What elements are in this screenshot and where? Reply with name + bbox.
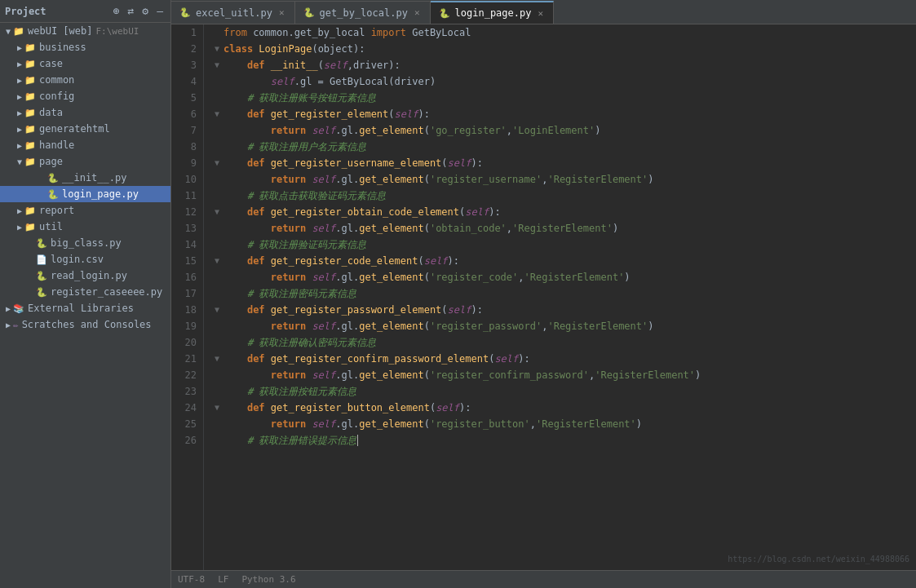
fold-2[interactable]: ▼ <box>210 41 223 57</box>
tree-item-report[interactable]: ▶ 📁 report <box>0 202 170 219</box>
report-label: report <box>39 205 74 216</box>
code-line-2: ▼ class LoginPage(object): <box>210 41 916 57</box>
add-icon[interactable]: ⊕ <box>111 3 122 19</box>
tab-login-page[interactable]: 🐍 login_page.py ✕ <box>431 1 555 24</box>
tree-item-page[interactable]: ▼ 📁 page <box>0 153 170 170</box>
business-label: business <box>39 42 86 53</box>
tree-item-scratches[interactable]: ▶ ✏ Scratches and Consoles <box>0 316 170 333</box>
login-page-label: login_page.py <box>62 188 139 200</box>
handle-label: handle <box>39 139 74 151</box>
tab-excel-uitl[interactable]: 🐍 excel_uitl.py ✕ <box>171 1 295 24</box>
report-folder-icon: 📁 <box>24 206 36 216</box>
fold-6[interactable]: ▼ <box>210 106 223 122</box>
tab-login-page-icon: 🐍 <box>439 8 450 19</box>
util-label: util <box>39 221 63 232</box>
scratches-icon: ✏ <box>13 320 19 330</box>
code-line-25: return self.gl.get_element('register_but… <box>210 416 916 432</box>
business-arrow: ▶ <box>15 43 24 52</box>
tree-item-init-py[interactable]: 🐍 __init__.py <box>0 170 170 186</box>
code-line-8: # 获取注册用户名元素信息 <box>210 139 916 155</box>
status-encoding: UTF-8 <box>178 574 205 585</box>
tab-login-page-close[interactable]: ✕ <box>536 7 545 20</box>
tab-bar: 🐍 excel_uitl.py ✕ 🐍 get_by_local.py ✕ 🐍 … <box>171 0 916 24</box>
fold-10[interactable] <box>210 171 223 188</box>
fold-13[interactable] <box>210 220 223 237</box>
tab-excel-uitl-label: excel_uitl.py <box>196 7 272 19</box>
fold-22[interactable] <box>210 367 223 383</box>
fold-5[interactable] <box>210 90 223 106</box>
editor-panel: 🐍 excel_uitl.py ✕ 🐍 get_by_local.py ✕ 🐍 … <box>171 0 916 588</box>
code-line-17: # 获取注册密码元素信息 <box>210 285 916 302</box>
business-folder-icon: 📁 <box>24 42 36 53</box>
sync-icon[interactable]: ⇄ <box>126 3 137 19</box>
tree-item-login-csv[interactable]: 📄 login.csv <box>0 251 170 267</box>
settings-icon[interactable]: ⚙ <box>139 3 151 19</box>
fold-7[interactable] <box>210 122 223 139</box>
fold-14[interactable] <box>210 237 223 253</box>
tree-item-big-class-py[interactable]: 🐍 big_class.py <box>0 235 170 251</box>
fold-20[interactable] <box>210 334 223 351</box>
fold-26[interactable] <box>210 432 223 449</box>
fold-9[interactable]: ▼ <box>210 155 223 171</box>
fold-16[interactable] <box>210 269 223 285</box>
code-line-23: # 获取注册按钮元素信息 <box>210 383 916 400</box>
fold-4[interactable] <box>210 73 223 90</box>
tree-item-generatehtml[interactable]: ▶ 📁 generatehtml <box>0 121 170 137</box>
tab-get-by-local-close[interactable]: ✕ <box>413 7 422 19</box>
common-folder-icon: 📁 <box>24 75 36 86</box>
project-label: Project <box>5 6 108 17</box>
code-line-6: ▼ def get_register_element(self): <box>210 106 916 122</box>
tree-item-config[interactable]: ▶ 📁 config <box>0 88 170 104</box>
config-arrow: ▶ <box>15 92 24 101</box>
generatehtml-label: generatehtml <box>39 123 110 135</box>
tree-item-register-caseeee-py[interactable]: 🐍 register_caseeee.py <box>0 284 170 300</box>
tree-item-data[interactable]: ▶ 📁 data <box>0 104 170 121</box>
fold-19[interactable] <box>210 318 223 334</box>
code-line-13: return self.gl.get_element('obtain_code'… <box>210 220 916 237</box>
fold-11[interactable] <box>210 188 223 204</box>
code-line-22: return self.gl.get_element('register_con… <box>210 367 916 383</box>
project-panel: Project ⊕ ⇄ ⚙ — ▼ 📁 webUI [web] F:\webUI… <box>0 0 171 588</box>
fold-1[interactable] <box>210 24 223 41</box>
status-bar: UTF-8 LF Python 3.6 <box>171 570 916 588</box>
tree-item-login-page-py[interactable]: 🐍 login_page.py <box>0 186 170 202</box>
tree-root[interactable]: ▼ 📁 webUI [web] F:\webUI <box>0 23 170 39</box>
code-content[interactable]: from common.get_by_local import GetByLoc… <box>204 24 916 570</box>
tab-get-by-local[interactable]: 🐍 get_by_local.py ✕ <box>295 1 431 24</box>
fold-24[interactable]: ▼ <box>210 400 223 416</box>
fold-18[interactable]: ▼ <box>210 302 223 318</box>
tree-item-external-libraries[interactable]: ▶ 📚 External Libraries <box>0 300 170 316</box>
code-line-10: return self.gl.get_element('register_use… <box>210 171 916 188</box>
tree-item-case[interactable]: ▶ 📁 case <box>0 55 170 72</box>
fold-3[interactable]: ▼ <box>210 57 223 73</box>
tree-item-read-login-py[interactable]: 🐍 read_login.py <box>0 267 170 284</box>
generatehtml-arrow: ▶ <box>15 125 24 134</box>
fold-25[interactable] <box>210 416 223 432</box>
code-line-9: ▼ def get_register_username_element(self… <box>210 155 916 171</box>
init-py-label: __init__.py <box>62 172 126 183</box>
root-folder-icon: 📁 <box>13 26 24 37</box>
code-line-3: ▼ def __init__(self,driver): <box>210 57 916 73</box>
tree-item-util[interactable]: ▶ 📁 util <box>0 219 170 235</box>
fold-15[interactable]: ▼ <box>210 253 223 269</box>
collapse-icon[interactable]: — <box>154 3 166 19</box>
fold-17[interactable] <box>210 285 223 302</box>
code-line-14: # 获取注册验证码元素信息 <box>210 237 916 253</box>
code-editor[interactable]: 12345 678910 1112131415 1617181920 21222… <box>171 24 916 570</box>
fold-12[interactable]: ▼ <box>210 204 223 220</box>
case-arrow: ▶ <box>15 60 24 69</box>
fold-23[interactable] <box>210 383 223 400</box>
project-toolbar: Project ⊕ ⇄ ⚙ — <box>0 0 170 23</box>
status-python: Python 3.6 <box>241 574 295 585</box>
tab-login-page-label: login_page.py <box>455 7 532 19</box>
fold-21[interactable]: ▼ <box>210 351 223 367</box>
generatehtml-folder-icon: 📁 <box>24 124 36 135</box>
tab-excel-uitl-close[interactable]: ✕ <box>277 7 286 19</box>
tree-item-business[interactable]: ▶ 📁 business <box>0 39 170 55</box>
ext-lib-label: External Libraries <box>28 303 134 314</box>
fold-8[interactable] <box>210 139 223 155</box>
code-line-16: return self.gl.get_element('register_cod… <box>210 269 916 285</box>
common-label: common <box>39 74 74 86</box>
tree-item-handle[interactable]: ▶ 📁 handle <box>0 137 170 153</box>
tree-item-common[interactable]: ▶ 📁 common <box>0 72 170 88</box>
